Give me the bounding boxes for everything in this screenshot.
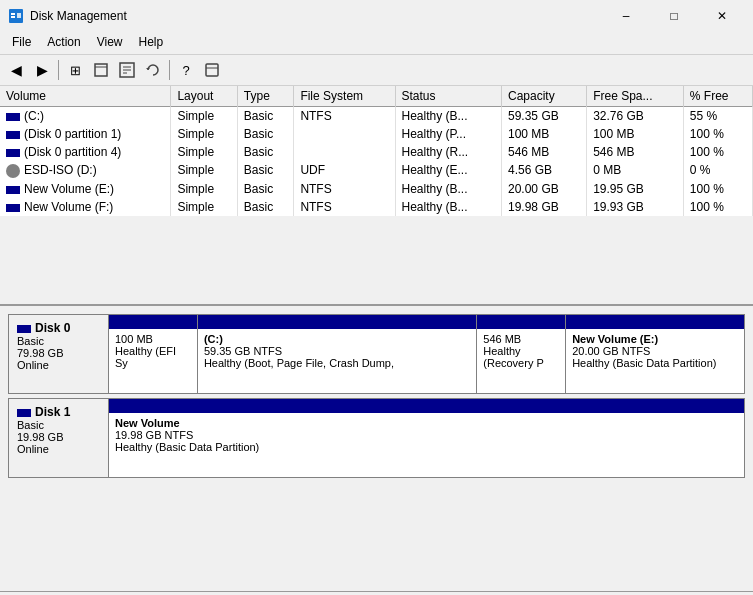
disk-partitions: 100 MB Healthy (EFI Sy (C:) 59.35 GB NTF… — [109, 315, 744, 393]
toolbar-btn-settings[interactable] — [200, 58, 224, 82]
minimize-button[interactable]: – — [603, 6, 649, 26]
cell-layout: Simple — [171, 161, 237, 180]
cell-capacity: 19.98 GB — [502, 198, 587, 216]
col-pctfree[interactable]: % Free — [683, 86, 752, 107]
disk-status: Online — [17, 443, 100, 455]
col-freespace[interactable]: Free Spa... — [587, 86, 684, 107]
col-volume[interactable]: Volume — [0, 86, 171, 107]
toolbar-btn-prop[interactable] — [115, 58, 139, 82]
partition-status: Healthy (Boot, Page File, Crash Dump, — [204, 357, 470, 369]
partition-header — [198, 315, 476, 329]
forward-button[interactable]: ▶ — [30, 58, 54, 82]
partition[interactable]: 100 MB Healthy (EFI Sy — [109, 315, 198, 393]
volume-table-container[interactable]: Volume Layout Type File System Status Ca… — [0, 86, 753, 306]
cell-free: 19.95 GB — [587, 180, 684, 198]
cell-capacity: 59.35 GB — [502, 107, 587, 126]
table-row[interactable]: ESD-ISO (D:) Simple Basic UDF Healthy (E… — [0, 161, 753, 180]
cell-volume: (Disk 0 partition 1) — [0, 125, 171, 143]
cell-fs: NTFS — [294, 180, 395, 198]
disk-size: 79.98 GB — [17, 347, 100, 359]
partition-header — [109, 399, 744, 413]
svg-rect-3 — [17, 13, 21, 18]
back-button[interactable]: ◀ — [4, 58, 28, 82]
cd-icon — [6, 164, 20, 178]
cell-pct: 100 % — [683, 125, 752, 143]
col-layout[interactable]: Layout — [171, 86, 237, 107]
cell-layout: Simple — [171, 180, 237, 198]
col-type[interactable]: Type — [237, 86, 294, 107]
cell-pct: 100 % — [683, 198, 752, 216]
toolbar-sep-2 — [169, 60, 170, 80]
cell-pct: 100 % — [683, 143, 752, 161]
partition[interactable]: 546 MB Healthy (Recovery P — [477, 315, 566, 393]
maximize-button[interactable]: □ — [651, 6, 697, 26]
cell-fs — [294, 143, 395, 161]
disk-row: Disk 0 Basic 79.98 GB Online 100 MB Heal… — [8, 314, 745, 394]
menu-view[interactable]: View — [89, 32, 131, 52]
table-row[interactable]: (Disk 0 partition 1) Simple Basic Health… — [0, 125, 753, 143]
table-row[interactable]: New Volume (F:) Simple Basic NTFS Health… — [0, 198, 753, 216]
cell-type: Basic — [237, 198, 294, 216]
cell-layout: Simple — [171, 198, 237, 216]
menu-help[interactable]: Help — [131, 32, 172, 52]
close-button[interactable]: ✕ — [699, 6, 745, 26]
toolbar-btn-edit[interactable] — [89, 58, 113, 82]
cell-free: 546 MB — [587, 143, 684, 161]
cell-free: 100 MB — [587, 125, 684, 143]
cell-layout: Simple — [171, 125, 237, 143]
col-status[interactable]: Status — [395, 86, 502, 107]
partition-name: (C:) — [204, 333, 470, 345]
table-row[interactable]: New Volume (E:) Simple Basic NTFS Health… — [0, 180, 753, 198]
cell-type: Basic — [237, 143, 294, 161]
partition[interactable]: New Volume 19.98 GB NTFS Healthy (Basic … — [109, 399, 744, 477]
toolbar-btn-grid[interactable]: ⊞ — [63, 58, 87, 82]
menu-action[interactable]: Action — [39, 32, 88, 52]
partition-header — [109, 315, 197, 329]
toolbar-sep-1 — [58, 60, 59, 80]
partition[interactable]: New Volume (E:) 20.00 GB NTFS Healthy (B… — [566, 315, 744, 393]
cell-type: Basic — [237, 180, 294, 198]
col-filesystem[interactable]: File System — [294, 86, 395, 107]
cell-volume: New Volume (F:) — [0, 198, 171, 216]
title-bar: Disk Management – □ ✕ — [0, 0, 753, 30]
cell-status: Healthy (E... — [395, 161, 502, 180]
disk-partitions: New Volume 19.98 GB NTFS Healthy (Basic … — [109, 399, 744, 477]
disk-bar-icon — [17, 409, 31, 417]
prop-icon — [119, 62, 135, 78]
refresh-icon — [145, 62, 161, 78]
disk-size: 19.98 GB — [17, 431, 100, 443]
cell-capacity: 546 MB — [502, 143, 587, 161]
partition-size: 100 MB — [115, 333, 191, 345]
toolbar-btn-help[interactable]: ? — [174, 58, 198, 82]
volume-icon — [6, 204, 20, 212]
cell-layout: Simple — [171, 143, 237, 161]
table-row[interactable]: (C:) Simple Basic NTFS Healthy (B... 59.… — [0, 107, 753, 126]
disk-label: Disk 1 Basic 19.98 GB Online — [9, 399, 109, 477]
table-row[interactable]: (Disk 0 partition 4) Simple Basic Health… — [0, 143, 753, 161]
cell-status: Healthy (B... — [395, 107, 502, 126]
window-title: Disk Management — [30, 9, 603, 23]
cell-status: Healthy (B... — [395, 198, 502, 216]
cell-status: Healthy (R... — [395, 143, 502, 161]
col-capacity[interactable]: Capacity — [502, 86, 587, 107]
cell-pct: 55 % — [683, 107, 752, 126]
toolbar-btn-refresh[interactable] — [141, 58, 165, 82]
menu-file[interactable]: File — [4, 32, 39, 52]
cell-fs — [294, 125, 395, 143]
partition-size: 59.35 GB NTFS — [204, 345, 470, 357]
partition-status: Healthy (EFI Sy — [115, 345, 191, 369]
partition-size: 20.00 GB NTFS — [572, 345, 738, 357]
partition[interactable]: (C:) 59.35 GB NTFS Healthy (Boot, Page F… — [198, 315, 477, 393]
cell-pct: 0 % — [683, 161, 752, 180]
cell-free: 32.76 GB — [587, 107, 684, 126]
cell-free: 0 MB — [587, 161, 684, 180]
svg-rect-4 — [95, 64, 107, 76]
legend-bar: Unallocated Primary partition — [0, 591, 753, 595]
svg-rect-1 — [11, 13, 15, 15]
cell-capacity: 20.00 GB — [502, 180, 587, 198]
disk-name: Disk 1 — [17, 405, 100, 419]
disk-label: Disk 0 Basic 79.98 GB Online — [9, 315, 109, 393]
cell-status: Healthy (P... — [395, 125, 502, 143]
edit-icon — [93, 62, 109, 78]
cell-layout: Simple — [171, 107, 237, 126]
